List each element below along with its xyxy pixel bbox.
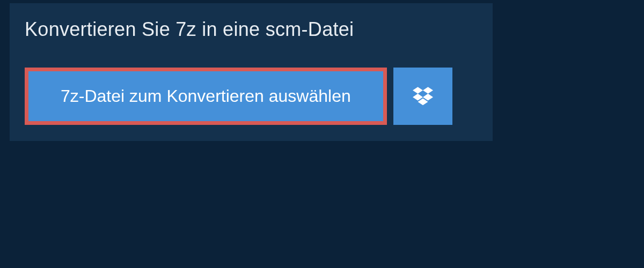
dropbox-button[interactable] — [393, 68, 452, 125]
select-file-label: 7z-Datei zum Konvertieren auswählen — [61, 86, 351, 106]
page-title: Konvertieren Sie 7z in eine scm-Datei — [25, 18, 392, 41]
button-row: 7z-Datei zum Konvertieren auswählen — [10, 56, 493, 125]
select-file-highlight: 7z-Datei zum Konvertieren auswählen — [25, 68, 387, 125]
select-file-button[interactable]: 7z-Datei zum Konvertieren auswählen — [28, 71, 383, 121]
dropbox-icon — [413, 85, 433, 107]
panel-header: Konvertieren Sie 7z in eine scm-Datei — [10, 3, 407, 56]
converter-panel: Konvertieren Sie 7z in eine scm-Datei 7z… — [10, 3, 493, 141]
